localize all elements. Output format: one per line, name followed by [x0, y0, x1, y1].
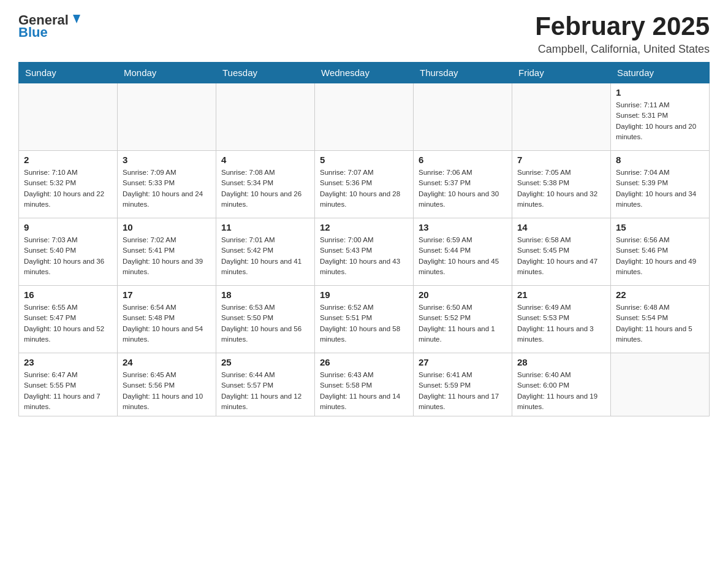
calendar-week-row: 16Sunrise: 6:55 AM Sunset: 5:47 PM Dayli… — [19, 286, 710, 353]
day-number: 16 — [24, 289, 112, 300]
day-number: 22 — [616, 289, 704, 300]
svg-marker-0 — [73, 15, 80, 23]
calendar-day-cell: 8Sunrise: 7:04 AM Sunset: 5:39 PM Daylig… — [611, 151, 710, 218]
calendar-day-cell: 26Sunrise: 6:43 AM Sunset: 5:58 PM Dayli… — [315, 353, 414, 416]
page-header: General Blue February 2025 Campbell, Cal… — [18, 12, 710, 56]
calendar-day-cell: 10Sunrise: 7:02 AM Sunset: 5:41 PM Dayli… — [118, 218, 216, 286]
calendar-week-row: 9Sunrise: 7:03 AM Sunset: 5:40 PM Daylig… — [19, 218, 710, 286]
day-number: 5 — [320, 155, 408, 165]
day-number: 2 — [24, 155, 112, 165]
day-info: Sunrise: 7:02 AM Sunset: 5:41 PM Dayligh… — [123, 235, 211, 277]
calendar-day-cell — [19, 83, 118, 151]
day-number: 17 — [123, 289, 211, 300]
calendar-day-cell — [414, 83, 512, 151]
day-number: 4 — [221, 155, 309, 165]
header-monday: Monday — [118, 63, 216, 83]
title-section: February 2025 Campbell, California, Unit… — [535, 12, 710, 56]
day-info: Sunrise: 7:09 AM Sunset: 5:33 PM Dayligh… — [123, 167, 211, 210]
day-number: 3 — [123, 155, 211, 165]
day-info: Sunrise: 7:11 AM Sunset: 5:31 PM Dayligh… — [616, 100, 704, 142]
calendar-day-cell: 17Sunrise: 6:54 AM Sunset: 5:48 PM Dayli… — [118, 286, 216, 353]
calendar-day-cell — [611, 353, 710, 416]
day-info: Sunrise: 6:53 AM Sunset: 5:50 PM Dayligh… — [221, 302, 309, 345]
day-info: Sunrise: 7:03 AM Sunset: 5:40 PM Dayligh… — [24, 235, 112, 277]
day-info: Sunrise: 7:04 AM Sunset: 5:39 PM Dayligh… — [616, 167, 704, 210]
day-number: 25 — [221, 357, 309, 367]
day-info: Sunrise: 6:40 AM Sunset: 6:00 PM Dayligh… — [517, 370, 605, 412]
header-friday: Friday — [512, 63, 611, 83]
calendar-day-cell — [315, 83, 414, 151]
logo-blue-text: Blue — [18, 25, 48, 40]
calendar-day-cell: 13Sunrise: 6:59 AM Sunset: 5:44 PM Dayli… — [414, 218, 512, 286]
day-info: Sunrise: 7:01 AM Sunset: 5:42 PM Dayligh… — [221, 235, 309, 277]
location-title: Campbell, California, United States — [535, 43, 710, 56]
day-number: 8 — [616, 155, 704, 165]
logo-icon — [70, 12, 83, 26]
calendar-day-cell: 9Sunrise: 7:03 AM Sunset: 5:40 PM Daylig… — [19, 218, 118, 286]
calendar-day-cell: 20Sunrise: 6:50 AM Sunset: 5:52 PM Dayli… — [414, 286, 512, 353]
calendar-day-cell: 14Sunrise: 6:58 AM Sunset: 5:45 PM Dayli… — [512, 218, 611, 286]
day-number: 14 — [517, 222, 605, 232]
month-title: February 2025 — [535, 12, 710, 40]
day-number: 19 — [320, 289, 408, 300]
header-wednesday: Wednesday — [315, 63, 414, 83]
day-info: Sunrise: 6:54 AM Sunset: 5:48 PM Dayligh… — [123, 302, 211, 345]
calendar-day-cell: 16Sunrise: 6:55 AM Sunset: 5:47 PM Dayli… — [19, 286, 118, 353]
day-info: Sunrise: 6:43 AM Sunset: 5:58 PM Dayligh… — [320, 370, 408, 412]
day-number: 13 — [419, 222, 507, 232]
day-info: Sunrise: 6:58 AM Sunset: 5:45 PM Dayligh… — [517, 235, 605, 277]
calendar-header-row: Sunday Monday Tuesday Wednesday Thursday… — [19, 63, 710, 83]
calendar-day-cell — [118, 83, 216, 151]
day-number: 15 — [616, 222, 704, 232]
day-info: Sunrise: 6:47 AM Sunset: 5:55 PM Dayligh… — [24, 370, 112, 412]
day-info: Sunrise: 6:45 AM Sunset: 5:56 PM Dayligh… — [123, 370, 211, 412]
header-saturday: Saturday — [611, 63, 710, 83]
day-info: Sunrise: 6:49 AM Sunset: 5:53 PM Dayligh… — [517, 302, 605, 345]
day-info: Sunrise: 6:59 AM Sunset: 5:44 PM Dayligh… — [419, 235, 507, 277]
calendar-day-cell: 25Sunrise: 6:44 AM Sunset: 5:57 PM Dayli… — [216, 353, 315, 416]
day-number: 18 — [221, 289, 309, 300]
day-number: 21 — [517, 289, 605, 300]
calendar-day-cell: 1Sunrise: 7:11 AM Sunset: 5:31 PM Daylig… — [611, 83, 710, 151]
calendar-week-row: 2Sunrise: 7:10 AM Sunset: 5:32 PM Daylig… — [19, 151, 710, 218]
day-number: 20 — [419, 289, 507, 300]
calendar-day-cell: 4Sunrise: 7:08 AM Sunset: 5:34 PM Daylig… — [216, 151, 315, 218]
header-sunday: Sunday — [19, 63, 118, 83]
calendar-week-row: 23Sunrise: 6:47 AM Sunset: 5:55 PM Dayli… — [19, 353, 710, 416]
calendar-day-cell: 18Sunrise: 6:53 AM Sunset: 5:50 PM Dayli… — [216, 286, 315, 353]
day-info: Sunrise: 6:41 AM Sunset: 5:59 PM Dayligh… — [419, 370, 507, 412]
day-number: 23 — [24, 357, 112, 367]
calendar-day-cell: 15Sunrise: 6:56 AM Sunset: 5:46 PM Dayli… — [611, 218, 710, 286]
day-info: Sunrise: 7:10 AM Sunset: 5:32 PM Dayligh… — [24, 167, 112, 210]
day-number: 12 — [320, 222, 408, 232]
calendar-day-cell: 2Sunrise: 7:10 AM Sunset: 5:32 PM Daylig… — [19, 151, 118, 218]
calendar-day-cell: 22Sunrise: 6:48 AM Sunset: 5:54 PM Dayli… — [611, 286, 710, 353]
calendar-day-cell: 12Sunrise: 7:00 AM Sunset: 5:43 PM Dayli… — [315, 218, 414, 286]
calendar-day-cell — [512, 83, 611, 151]
calendar-day-cell: 21Sunrise: 6:49 AM Sunset: 5:53 PM Dayli… — [512, 286, 611, 353]
calendar-day-cell: 19Sunrise: 6:52 AM Sunset: 5:51 PM Dayli… — [315, 286, 414, 353]
day-info: Sunrise: 6:56 AM Sunset: 5:46 PM Dayligh… — [616, 235, 704, 277]
day-number: 6 — [419, 155, 507, 165]
day-info: Sunrise: 7:06 AM Sunset: 5:37 PM Dayligh… — [419, 167, 507, 210]
logo: General Blue — [18, 12, 83, 40]
calendar-day-cell — [216, 83, 315, 151]
day-number: 24 — [123, 357, 211, 367]
day-info: Sunrise: 7:05 AM Sunset: 5:38 PM Dayligh… — [517, 167, 605, 210]
header-tuesday: Tuesday — [216, 63, 315, 83]
calendar-day-cell: 7Sunrise: 7:05 AM Sunset: 5:38 PM Daylig… — [512, 151, 611, 218]
day-number: 10 — [123, 222, 211, 232]
day-info: Sunrise: 6:50 AM Sunset: 5:52 PM Dayligh… — [419, 302, 507, 345]
calendar-day-cell: 11Sunrise: 7:01 AM Sunset: 5:42 PM Dayli… — [216, 218, 315, 286]
calendar-day-cell: 24Sunrise: 6:45 AM Sunset: 5:56 PM Dayli… — [118, 353, 216, 416]
day-number: 28 — [517, 357, 605, 367]
day-info: Sunrise: 7:07 AM Sunset: 5:36 PM Dayligh… — [320, 167, 408, 210]
day-info: Sunrise: 6:44 AM Sunset: 5:57 PM Dayligh… — [221, 370, 309, 412]
day-number: 11 — [221, 222, 309, 232]
calendar-week-row: 1Sunrise: 7:11 AM Sunset: 5:31 PM Daylig… — [19, 83, 710, 151]
day-number: 1 — [616, 87, 704, 98]
day-info: Sunrise: 6:55 AM Sunset: 5:47 PM Dayligh… — [24, 302, 112, 345]
day-info: Sunrise: 7:00 AM Sunset: 5:43 PM Dayligh… — [320, 235, 408, 277]
calendar-day-cell: 27Sunrise: 6:41 AM Sunset: 5:59 PM Dayli… — [414, 353, 512, 416]
day-number: 26 — [320, 357, 408, 367]
